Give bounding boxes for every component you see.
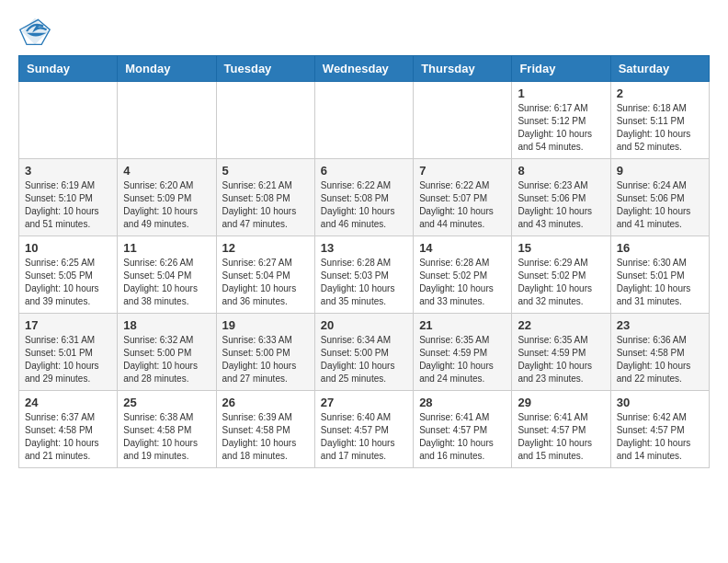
day-number: 10 — [25, 241, 111, 255]
calendar-week-row: 10Sunrise: 6:25 AM Sunset: 5:05 PM Dayli… — [19, 236, 710, 314]
day-info: Sunrise: 6:19 AM Sunset: 5:10 PM Dayligh… — [25, 179, 111, 231]
day-number: 6 — [321, 164, 407, 178]
day-info: Sunrise: 6:21 AM Sunset: 5:08 PM Dayligh… — [222, 179, 309, 231]
calendar-cell: 18Sunrise: 6:32 AM Sunset: 5:00 PM Dayli… — [118, 314, 216, 391]
day-info: Sunrise: 6:36 AM Sunset: 4:58 PM Dayligh… — [617, 334, 703, 385]
weekday-header: Saturday — [610, 56, 709, 82]
day-number: 13 — [321, 241, 407, 255]
day-number: 15 — [518, 241, 604, 255]
calendar-cell: 5Sunrise: 6:21 AM Sunset: 5:08 PM Daylig… — [216, 159, 314, 236]
calendar-cell — [314, 82, 413, 159]
day-number: 1 — [518, 86, 604, 100]
day-number: 16 — [617, 241, 703, 255]
weekday-header: Monday — [118, 56, 216, 82]
day-number: 17 — [25, 318, 111, 332]
day-number: 20 — [321, 318, 407, 332]
day-info: Sunrise: 6:24 AM Sunset: 5:06 PM Dayligh… — [617, 179, 703, 231]
calendar-cell: 7Sunrise: 6:22 AM Sunset: 5:07 PM Daylig… — [414, 159, 512, 236]
day-number: 18 — [123, 318, 210, 332]
day-info: Sunrise: 6:41 AM Sunset: 4:57 PM Dayligh… — [419, 411, 506, 463]
calendar-cell: 15Sunrise: 6:29 AM Sunset: 5:02 PM Dayli… — [512, 236, 610, 314]
calendar-cell: 20Sunrise: 6:34 AM Sunset: 5:00 PM Dayli… — [314, 314, 413, 391]
calendar-cell — [414, 82, 512, 159]
day-number: 11 — [123, 241, 210, 255]
calendar-cell: 13Sunrise: 6:28 AM Sunset: 5:03 PM Dayli… — [314, 236, 413, 314]
header — [18, 15, 710, 48]
day-info: Sunrise: 6:40 AM Sunset: 4:57 PM Dayligh… — [321, 411, 407, 463]
calendar-table: SundayMondayTuesdayWednesdayThursdayFrid… — [18, 55, 710, 468]
day-number: 21 — [419, 318, 506, 332]
day-number: 26 — [222, 396, 309, 409]
calendar-cell — [118, 82, 216, 159]
day-number: 29 — [518, 396, 604, 409]
day-number: 23 — [617, 318, 703, 332]
calendar-week-row: 3Sunrise: 6:19 AM Sunset: 5:10 PM Daylig… — [19, 159, 710, 236]
day-number: 3 — [25, 164, 111, 178]
logo — [18, 15, 55, 48]
day-info: Sunrise: 6:35 AM Sunset: 4:59 PM Dayligh… — [419, 334, 506, 385]
day-number: 19 — [222, 318, 309, 332]
day-info: Sunrise: 6:18 AM Sunset: 5:11 PM Dayligh… — [617, 102, 703, 154]
day-info: Sunrise: 6:28 AM Sunset: 5:02 PM Dayligh… — [419, 257, 506, 308]
logo-icon — [18, 15, 51, 48]
calendar-cell — [19, 82, 118, 159]
day-info: Sunrise: 6:35 AM Sunset: 4:59 PM Dayligh… — [518, 334, 604, 385]
weekday-header: Friday — [512, 56, 610, 82]
calendar-cell: 11Sunrise: 6:26 AM Sunset: 5:04 PM Dayli… — [118, 236, 216, 314]
calendar-cell: 25Sunrise: 6:38 AM Sunset: 4:58 PM Dayli… — [118, 391, 216, 468]
calendar-cell: 29Sunrise: 6:41 AM Sunset: 4:57 PM Dayli… — [512, 391, 610, 468]
calendar-cell: 28Sunrise: 6:41 AM Sunset: 4:57 PM Dayli… — [414, 391, 512, 468]
day-number: 7 — [419, 164, 506, 178]
day-number: 27 — [321, 396, 407, 409]
day-number: 5 — [222, 164, 309, 178]
day-number: 4 — [123, 164, 210, 178]
day-info: Sunrise: 6:31 AM Sunset: 5:01 PM Dayligh… — [25, 334, 111, 385]
day-info: Sunrise: 6:32 AM Sunset: 5:00 PM Dayligh… — [123, 334, 210, 385]
calendar-cell: 19Sunrise: 6:33 AM Sunset: 5:00 PM Dayli… — [216, 314, 314, 391]
weekday-header-row: SundayMondayTuesdayWednesdayThursdayFrid… — [19, 56, 710, 82]
calendar-week-row: 24Sunrise: 6:37 AM Sunset: 4:58 PM Dayli… — [19, 391, 710, 468]
day-info: Sunrise: 6:34 AM Sunset: 5:00 PM Dayligh… — [321, 334, 407, 385]
day-number: 22 — [518, 318, 604, 332]
calendar-cell: 24Sunrise: 6:37 AM Sunset: 4:58 PM Dayli… — [19, 391, 118, 468]
day-number: 8 — [518, 164, 604, 178]
calendar-cell: 4Sunrise: 6:20 AM Sunset: 5:09 PM Daylig… — [118, 159, 216, 236]
day-info: Sunrise: 6:22 AM Sunset: 5:07 PM Dayligh… — [419, 179, 506, 231]
calendar-cell: 6Sunrise: 6:22 AM Sunset: 5:08 PM Daylig… — [314, 159, 413, 236]
day-info: Sunrise: 6:17 AM Sunset: 5:12 PM Dayligh… — [518, 102, 604, 154]
day-info: Sunrise: 6:29 AM Sunset: 5:02 PM Dayligh… — [518, 257, 604, 308]
day-number: 2 — [617, 86, 703, 100]
calendar-cell: 21Sunrise: 6:35 AM Sunset: 4:59 PM Dayli… — [414, 314, 512, 391]
calendar-cell: 27Sunrise: 6:40 AM Sunset: 4:57 PM Dayli… — [314, 391, 413, 468]
day-info: Sunrise: 6:37 AM Sunset: 4:58 PM Dayligh… — [25, 411, 111, 463]
calendar-cell: 30Sunrise: 6:42 AM Sunset: 4:57 PM Dayli… — [610, 391, 709, 468]
day-info: Sunrise: 6:33 AM Sunset: 5:00 PM Dayligh… — [222, 334, 309, 385]
calendar-cell: 9Sunrise: 6:24 AM Sunset: 5:06 PM Daylig… — [610, 159, 709, 236]
weekday-header: Wednesday — [314, 56, 413, 82]
calendar-cell: 23Sunrise: 6:36 AM Sunset: 4:58 PM Dayli… — [610, 314, 709, 391]
weekday-header: Tuesday — [216, 56, 314, 82]
calendar-cell — [216, 82, 314, 159]
day-info: Sunrise: 6:42 AM Sunset: 4:57 PM Dayligh… — [617, 411, 703, 463]
calendar-cell: 8Sunrise: 6:23 AM Sunset: 5:06 PM Daylig… — [512, 159, 610, 236]
day-info: Sunrise: 6:41 AM Sunset: 4:57 PM Dayligh… — [518, 411, 604, 463]
day-number: 14 — [419, 241, 506, 255]
day-number: 30 — [617, 396, 703, 409]
calendar-cell: 14Sunrise: 6:28 AM Sunset: 5:02 PM Dayli… — [414, 236, 512, 314]
day-info: Sunrise: 6:30 AM Sunset: 5:01 PM Dayligh… — [617, 257, 703, 308]
calendar-cell: 12Sunrise: 6:27 AM Sunset: 5:04 PM Dayli… — [216, 236, 314, 314]
day-info: Sunrise: 6:23 AM Sunset: 5:06 PM Dayligh… — [518, 179, 604, 231]
weekday-header: Sunday — [19, 56, 118, 82]
day-info: Sunrise: 6:20 AM Sunset: 5:09 PM Dayligh… — [123, 179, 210, 231]
day-info: Sunrise: 6:39 AM Sunset: 4:58 PM Dayligh… — [222, 411, 309, 463]
day-info: Sunrise: 6:38 AM Sunset: 4:58 PM Dayligh… — [123, 411, 210, 463]
day-number: 28 — [419, 396, 506, 409]
weekday-header: Thursday — [414, 56, 512, 82]
calendar-cell: 10Sunrise: 6:25 AM Sunset: 5:05 PM Dayli… — [19, 236, 118, 314]
day-info: Sunrise: 6:26 AM Sunset: 5:04 PM Dayligh… — [123, 257, 210, 308]
day-number: 24 — [25, 396, 111, 409]
day-info: Sunrise: 6:27 AM Sunset: 5:04 PM Dayligh… — [222, 257, 309, 308]
calendar-cell: 16Sunrise: 6:30 AM Sunset: 5:01 PM Dayli… — [610, 236, 709, 314]
calendar-cell: 26Sunrise: 6:39 AM Sunset: 4:58 PM Dayli… — [216, 391, 314, 468]
day-number: 9 — [617, 164, 703, 178]
